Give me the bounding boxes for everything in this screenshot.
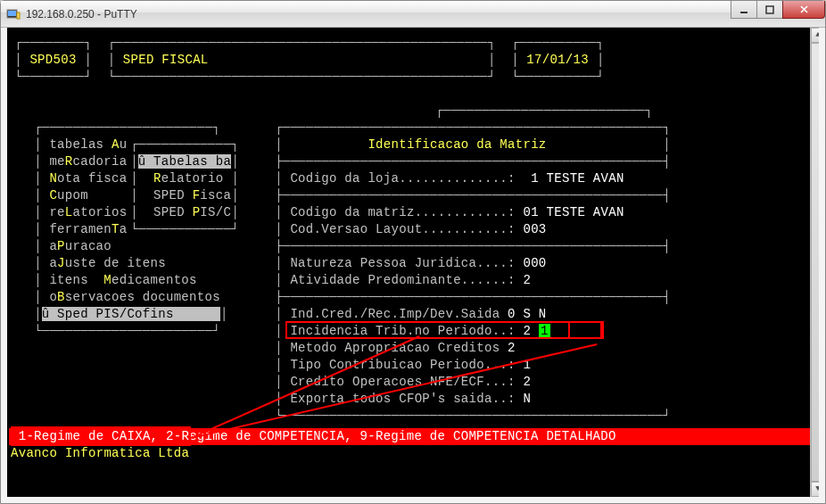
- putty-window: 192.168.0.250 - PuTTY ┌────────┐ ┌──────…: [0, 0, 826, 504]
- panel-row-7: │ Metodo Apropriacao Creditos 2: [275, 340, 516, 357]
- menu-item-4[interactable]: │ reLatorios: [34, 204, 127, 221]
- menu-item-selected[interactable]: │û Sped PIS/Cofins │: [34, 306, 228, 323]
- menu-item-2[interactable]: │ Nota fisca: [34, 170, 127, 187]
- header-date: 17/01/13: [526, 53, 589, 67]
- menu-item-3[interactable]: │ Cupom: [34, 187, 88, 204]
- menu-item-1[interactable]: │ meRcadoria: [34, 153, 127, 170]
- footer-options: 1-Regime de CAIXA, 2-Regime de COMPETENC…: [9, 428, 817, 445]
- footer-company: Avanco Informatica Ltda: [11, 445, 189, 462]
- window-buttons: [731, 1, 825, 19]
- panel-tab: ┌──────────────────────────┐: [435, 103, 653, 120]
- panel-row-4: │ Atividade Predominante......: 2: [275, 272, 531, 289]
- header-row: │ SPD503 │ │ SPED FISCAL │ │ 17/01/13 │: [14, 52, 604, 69]
- header-title: SPED FISCAL: [123, 53, 209, 67]
- menu-item-7[interactable]: │ aJuste de itens: [34, 255, 166, 272]
- submenu-item-1[interactable]: │ Relatorio │: [130, 170, 239, 187]
- svg-rect-2: [17, 12, 20, 19]
- svg-rect-4: [766, 6, 773, 13]
- panel-row-1: │ Codigo da matriz............: 01 TESTE…: [275, 204, 624, 221]
- putty-icon: [6, 7, 21, 21]
- panel-row-8: │ Tipo Contribuicao Periodo...: 1: [275, 357, 531, 374]
- annotation-box-cursor: [568, 321, 604, 339]
- panel-bottom: └───────────────────────────────────────…: [275, 408, 671, 425]
- menu-item-5[interactable]: │ ferramenTa: [34, 221, 127, 238]
- menu-item-9[interactable]: │ oBservacoes documentos: [34, 289, 220, 306]
- close-button[interactable]: [782, 1, 825, 19]
- cursor: 1: [539, 324, 550, 338]
- header-bottom: └────────┘ └────────────────────────────…: [14, 69, 604, 86]
- scroll-down-icon[interactable]: ▼: [811, 482, 819, 497]
- svg-rect-1: [8, 11, 16, 16]
- panel-title-row: │ Identificacao da Matriz │: [275, 136, 671, 153]
- panel-row-10: │ Exporta todos CFOP's saida..: N: [275, 391, 531, 408]
- panel-div-2: ├───────────────────────────────────────…: [275, 187, 671, 204]
- submenu-bottom: └────────────┘: [130, 221, 239, 238]
- panel-div-4: ├───────────────────────────────────────…: [275, 289, 671, 306]
- panel-top: ┌───────────────────────────────────────…: [275, 120, 671, 136]
- panel-row-0: │ Codigo da loja..............: 1 TESTE …: [275, 170, 624, 187]
- terminal[interactable]: ┌────────┐ ┌────────────────────────────…: [7, 28, 819, 497]
- header-code: SPD503: [29, 53, 76, 67]
- panel-title: Identificacao da Matriz: [368, 137, 546, 152]
- menu-box-top: ┌──────────────────────┐: [34, 120, 220, 136]
- scrollbar[interactable]: ▲ ▼: [810, 28, 819, 497]
- submenu-top: ┌────────────┐: [130, 136, 239, 153]
- window-title: 192.168.0.250 - PuTTY: [26, 8, 137, 21]
- panel-row-5: │ Ind.Cred./Rec.Imp/Dev.Saida 0 S N: [275, 306, 547, 323]
- panel-row-3: │ Natureza Pessoa Juridica....: 000: [275, 255, 547, 272]
- menu-item-0[interactable]: │ tabelas Au: [34, 136, 127, 153]
- scroll-track[interactable]: [811, 43, 819, 482]
- maximize-button[interactable]: [756, 1, 783, 19]
- header-bar: ┌────────┐ ┌────────────────────────────…: [14, 35, 604, 52]
- submenu-item-0[interactable]: │û Tabelas ba│: [130, 153, 239, 170]
- panel-div-3: ├───────────────────────────────────────…: [275, 238, 671, 255]
- titlebar[interactable]: 192.168.0.250 - PuTTY: [1, 1, 825, 28]
- svg-rect-3: [740, 12, 748, 13]
- panel-row-6[interactable]: │ Incidencia Trib.no Periodo..: 2 1: [275, 323, 550, 340]
- scroll-thumb[interactable]: [811, 43, 819, 482]
- panel-row-9: │ Credito Operacoes NFE/ECF...: 2: [275, 374, 531, 391]
- submenu-item-3[interactable]: │ SPED PIS/C│: [130, 204, 239, 221]
- panel-row-2: │ Cod.Versao Layout...........: 003: [275, 221, 547, 238]
- submenu-item-2[interactable]: │ SPED Fisca│: [130, 187, 239, 204]
- menu-item-6[interactable]: │ aPuracao: [34, 238, 112, 255]
- menu-box-bottom: └──────────────────────┘: [34, 323, 220, 340]
- panel-div-1: ├───────────────────────────────────────…: [275, 153, 671, 170]
- minimize-button[interactable]: [731, 1, 757, 19]
- menu-item-8[interactable]: │ itens Medicamentos: [34, 272, 197, 289]
- scroll-up-icon[interactable]: ▲: [811, 28, 819, 43]
